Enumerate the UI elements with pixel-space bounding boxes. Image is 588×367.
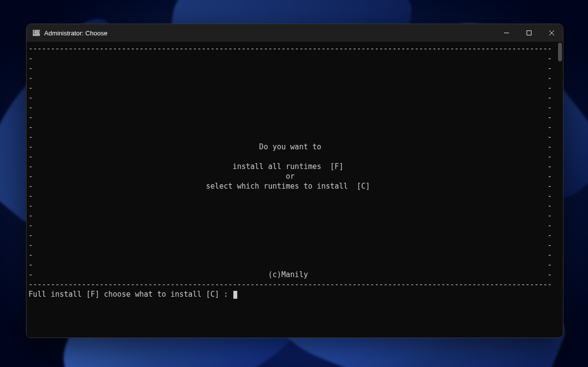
input-cursor [233, 291, 237, 299]
terminal-window: Administrator: Choose ------------------… [26, 24, 563, 338]
svg-rect-0 [527, 31, 532, 35]
cmd-icon [32, 29, 40, 36]
minimize-button[interactable] [495, 24, 518, 42]
titlebar[interactable]: Administrator: Choose [27, 24, 563, 42]
maximize-button[interactable] [518, 24, 540, 42]
scrollbar-thumb[interactable] [558, 43, 562, 61]
window-controls [495, 24, 563, 42]
scrollbar[interactable] [556, 43, 562, 337]
terminal-output: ----------------------------------------… [28, 44, 563, 299]
window-title: Administrator: Choose [44, 29, 108, 37]
terminal-body[interactable]: ----------------------------------------… [27, 42, 563, 338]
close-button[interactable] [540, 24, 563, 42]
